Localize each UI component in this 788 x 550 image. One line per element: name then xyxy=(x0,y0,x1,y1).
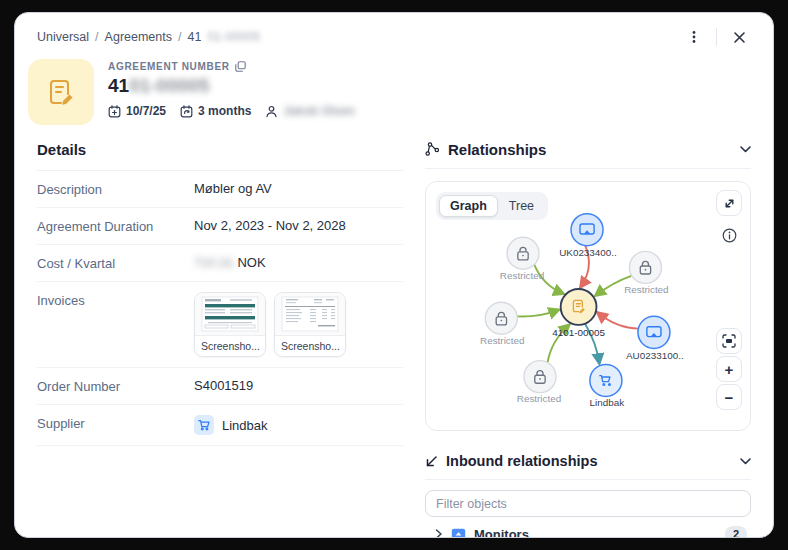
agreement-type-label: AGREEMENT NUMBER xyxy=(108,61,355,72)
term-length-text: 3 months xyxy=(198,104,251,118)
detail-label: Order Number xyxy=(37,378,194,394)
relationships-icon xyxy=(425,142,440,157)
agreement-number-redacted: 01-00005 xyxy=(129,75,209,97)
breadcrumb-separator: / xyxy=(95,30,98,44)
breadcrumb-universal[interactable]: Universal xyxy=(37,30,89,44)
detail-value: S4001519 xyxy=(194,378,253,393)
start-date: 10/7/25 xyxy=(108,104,166,118)
expand-graph-button[interactable] xyxy=(716,190,742,216)
graph-node-supplier-lindbak[interactable]: Lindbak xyxy=(590,364,625,407)
agreement-number-prefix: 41 xyxy=(108,75,129,97)
agreement-number: 4101-00005 xyxy=(108,75,355,97)
inbound-group-monitors[interactable]: Monitors 2 xyxy=(425,517,751,538)
invoice-preview xyxy=(195,293,265,335)
relationships-header[interactable]: Relationships xyxy=(425,135,751,169)
agreement-avatar xyxy=(28,59,94,125)
supplier-name: Lindbak xyxy=(222,418,268,433)
node-label: Restricted xyxy=(624,284,668,295)
breadcrumb-redacted: 01-00005 xyxy=(207,30,260,44)
detail-label: Cost / Kvartal xyxy=(37,255,194,271)
graph-node-restricted[interactable]: Restricted xyxy=(480,302,524,345)
graph-node-monitor-au[interactable]: AU0233100.. xyxy=(626,316,684,360)
relationships-title: Relationships xyxy=(448,141,546,158)
supplier-link[interactable]: Lindbak xyxy=(194,415,268,435)
inbound-header[interactable]: Inbound relationships xyxy=(425,447,751,480)
topbar-divider xyxy=(716,28,717,46)
detail-row-duration: Agreement Duration Nov 2, 2023 - Nov 2, … xyxy=(37,208,403,245)
chevron-down-icon[interactable] xyxy=(740,146,751,153)
node-label: Lindbak xyxy=(590,397,625,408)
zoom-out-button[interactable]: − xyxy=(716,384,742,410)
cost-currency: NOK xyxy=(237,255,265,270)
term-length: 3 months xyxy=(180,104,251,118)
group-label: Monitors xyxy=(474,527,717,539)
close-icon[interactable] xyxy=(727,25,751,49)
graph-view-toggle: Graph Tree xyxy=(436,192,548,220)
cart-icon xyxy=(194,415,214,435)
count-badge: 2 xyxy=(725,526,747,538)
zoom-in-button[interactable]: + xyxy=(716,356,742,382)
agreement-head-info: AGREEMENT NUMBER 4101-00005 xyxy=(108,59,355,125)
agreement-detail-window: Universal / Agreements / 4101-00005 xyxy=(14,12,774,538)
detail-label: Supplier xyxy=(37,415,194,431)
agreement-icon xyxy=(46,77,76,107)
invoice-thumbnail[interactable]: Screensho... xyxy=(194,292,266,357)
calendar-plus-icon xyxy=(108,105,121,118)
detail-value: Nov 2, 2023 - Nov 2, 2028 xyxy=(194,218,346,233)
node-label: Restricted xyxy=(517,393,561,404)
topbar-actions xyxy=(682,25,751,49)
start-date-text: 10/7/25 xyxy=(126,104,166,118)
graph-node-restricted[interactable]: Restricted xyxy=(517,361,561,404)
copy-icon[interactable] xyxy=(235,61,246,72)
calendar-cycle-icon xyxy=(180,105,193,118)
chevron-right-icon xyxy=(435,529,443,538)
chevron-down-icon[interactable] xyxy=(740,458,751,465)
toggle-tree[interactable]: Tree xyxy=(498,195,545,217)
center-node-label: 4101-00005 xyxy=(552,327,605,338)
filter-objects-input[interactable] xyxy=(425,490,751,517)
inbound-arrow-icon xyxy=(425,455,438,468)
invoice-preview xyxy=(275,293,345,335)
details-section: Details Description Møbler og AV Agreeme… xyxy=(37,135,403,538)
fit-view-button[interactable] xyxy=(716,328,742,354)
node-label: AU0233100.. xyxy=(626,350,684,361)
graph-node-restricted[interactable]: Restricted xyxy=(624,251,668,294)
breadcrumb-current: 41 xyxy=(187,30,201,44)
breadcrumb-separator: / xyxy=(178,30,181,44)
kebab-menu-icon[interactable] xyxy=(682,25,706,49)
invoice-caption: Screensho... xyxy=(195,335,265,356)
details-title: Details xyxy=(37,135,403,171)
owner: Jakob Olsen xyxy=(265,104,354,118)
graph-node-monitor-uk[interactable]: UK0233400.. xyxy=(559,214,617,258)
info-icon[interactable] xyxy=(720,226,738,244)
detail-row-invoices: Invoices xyxy=(37,282,403,368)
inbound-relationships-section: Inbound relationships xyxy=(425,447,751,538)
detail-row-description: Description Møbler og AV xyxy=(37,171,403,208)
owner-name-redacted: Jakob Olsen xyxy=(283,104,354,118)
detail-row-order-number: Order Number S4001519 xyxy=(37,368,403,405)
agreement-meta: 10/7/25 3 months xyxy=(108,104,355,118)
invoice-thumbnail[interactable]: Screensho... xyxy=(274,292,346,357)
detail-label: Description xyxy=(37,181,194,197)
inbound-title: Inbound relationships xyxy=(446,453,597,469)
graph-node-restricted[interactable]: Restricted xyxy=(500,237,544,280)
topbar: Universal / Agreements / 4101-00005 xyxy=(15,13,773,49)
breadcrumb: Universal / Agreements / 4101-00005 xyxy=(37,30,260,44)
toggle-graph[interactable]: Graph xyxy=(439,195,498,217)
person-icon xyxy=(265,105,278,118)
breadcrumb-agreements[interactable]: Agreements xyxy=(105,30,172,44)
detail-value: Møbler og AV xyxy=(194,181,272,196)
detail-row-supplier: Supplier Lindbak xyxy=(37,405,403,446)
node-label: Restricted xyxy=(480,335,524,346)
invoice-caption: Screensho... xyxy=(275,335,345,356)
invoice-thumbnails: Screensho... xyxy=(194,292,346,357)
agreement-type-text: AGREEMENT NUMBER xyxy=(108,61,230,72)
detail-row-cost: Cost / Kvartal 710.31 NOK xyxy=(37,245,403,282)
right-column: Relationships Graph Tree xyxy=(425,135,751,538)
body: Details Description Møbler og AV Agreeme… xyxy=(15,125,773,538)
detail-value-cost: 710.31 NOK xyxy=(194,255,266,270)
node-label: Restricted xyxy=(500,270,544,281)
cost-redacted: 710.31 xyxy=(194,255,234,270)
node-label: UK0233400.. xyxy=(559,247,617,258)
relationship-graph-panel: Graph Tree xyxy=(425,181,751,431)
